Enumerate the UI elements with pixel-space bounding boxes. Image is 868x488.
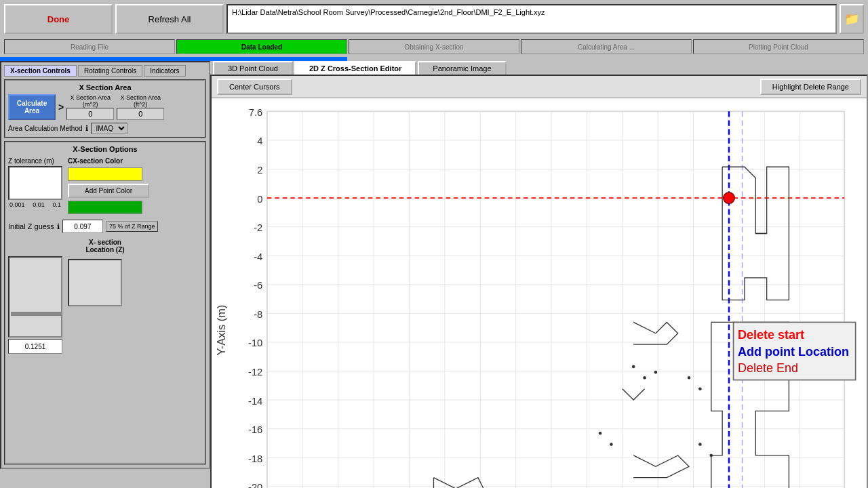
ztol-input[interactable] (8, 166, 62, 200)
tick-0001: 0.001 (9, 201, 25, 208)
method-select[interactable]: IMAQ (91, 123, 127, 134)
color-label: CX-section Color (68, 157, 149, 165)
svg-rect-0 (267, 111, 844, 488)
progress-loaded: Data Loaded (176, 39, 347, 54)
tab-xsection-controls[interactable]: X-section Controls (4, 65, 77, 77)
svg-text:-6: -6 (254, 280, 262, 291)
progress-reading: Reading File (4, 39, 175, 54)
options-main-row: Z tolerance (m) 0.001 0.01 0.1 CX-sectio… (8, 157, 202, 214)
svg-point-83 (699, 443, 701, 445)
progress-row: Reading File Data Loaded Obtaining X-sec… (0, 38, 868, 57)
svg-point-78 (654, 371, 656, 373)
tab-rotating-controls[interactable]: Rotating Controls (78, 65, 142, 77)
svg-text:-16: -16 (248, 424, 262, 435)
svg-point-77 (644, 377, 646, 379)
ztol-ticks: 0.001 0.01 0.1 (8, 201, 62, 208)
chart-svg: 7.6 4 2 0 -2 -4 -6 -8 -10 -12 -14 -16 -1… (212, 100, 867, 488)
svg-text:-2: -2 (254, 222, 262, 233)
add-point-color-button[interactable]: Add Point Color (68, 184, 149, 198)
svg-text:-14: -14 (248, 396, 262, 407)
method-info-icon: ℹ (85, 124, 88, 133)
svg-point-79 (688, 377, 690, 379)
svg-text:-4: -4 (254, 251, 262, 262)
svg-text:2: 2 (257, 165, 262, 176)
svg-text:Add point Location: Add point Location (738, 345, 849, 359)
xs-location-label: X- sectionLocation (Z) (8, 239, 202, 253)
tab-panoramic[interactable]: Panoramic Image (418, 61, 506, 75)
sub-tabs: X-section Controls Rotating Controls Ind… (4, 65, 206, 77)
svg-text:7.6: 7.6 (249, 107, 262, 118)
svg-point-80 (699, 388, 701, 390)
area-method-row: Area Calculation Method ℹ IMAQ (8, 123, 202, 134)
done-button[interactable]: Done (4, 4, 113, 34)
initial-z-section: Initial Z guess ℹ 75 % of Z Range (8, 220, 202, 233)
options-title: X-Section Options (8, 145, 202, 153)
cxsection-color-swatch[interactable] (68, 167, 142, 181)
point-color-swatch[interactable] (68, 201, 142, 214)
method-label: Area Calculation Method (8, 125, 83, 132)
svg-text:0: 0 (257, 194, 262, 205)
left-panel: X-section Controls Rotating Controls Ind… (0, 61, 210, 469)
tab-3d-point-cloud[interactable]: 3D Point Cloud (213, 61, 293, 75)
svg-text:-20: -20 (248, 482, 262, 488)
tab-indicators[interactable]: Indicators (144, 65, 185, 77)
ztol-label: Z tolerance (m) (8, 157, 62, 165)
svg-text:Delete start: Delete start (738, 328, 804, 342)
ztol-slider-row (8, 166, 62, 200)
xs-slider-box[interactable] (8, 256, 62, 338)
svg-point-81 (599, 432, 601, 434)
folder-icon-button[interactable]: 📁 (840, 4, 864, 34)
options-box: X-Section Options Z tolerance (m) 0.001 … (4, 141, 206, 465)
svg-text:4: 4 (257, 136, 262, 146)
area1-value: 0 (66, 108, 114, 120)
progress-obtaining: Obtaining X-section (349, 39, 519, 54)
tick-01: 0.1 (52, 201, 61, 208)
svg-text:-8: -8 (254, 309, 262, 320)
svg-point-76 (633, 365, 635, 367)
svg-text:-10: -10 (248, 338, 262, 348)
xs-bottom-box (68, 259, 122, 306)
chart-tabs-row: 3D Point Cloud 2D Z Cross-Section Editor… (210, 61, 868, 75)
z-percent-button[interactable]: 75 % of Z Range (106, 221, 159, 232)
svg-text:-18: -18 (248, 453, 262, 464)
xs-slider-handle (11, 312, 62, 316)
ztolerance-section: Z tolerance (m) 0.001 0.01 0.1 (8, 157, 62, 209)
svg-point-92 (724, 192, 734, 203)
area2-label: X Section Area(ft^2) (120, 94, 161, 108)
refresh-button[interactable]: Refresh All (115, 4, 224, 34)
svg-text:Delete End: Delete End (738, 361, 798, 375)
svg-text:Y-Axis (m): Y-Axis (m) (215, 305, 227, 356)
arrow-label: > (58, 102, 64, 113)
section-area-title: X Section Area (8, 83, 202, 92)
area2-value: 0 (117, 108, 164, 120)
xs-value-input[interactable] (8, 339, 62, 354)
right-panel: 3D Point Cloud 2D Z Cross-Section Editor… (210, 61, 868, 469)
content-area: X-section Controls Rotating Controls Ind… (0, 61, 868, 469)
progress-plotting: Plotting Point Cloud (693, 39, 864, 54)
section-area-box: X Section Area CalculateArea > X Section… (4, 79, 206, 138)
section-area-row: CalculateArea > X Section Area(m^2) 0 X … (8, 94, 202, 120)
initial-z-info-icon: ℹ (57, 222, 60, 231)
chart-area: Center Cursors Highlight Delete Range (210, 75, 868, 488)
svg-point-82 (610, 443, 612, 445)
svg-text:-12: -12 (248, 367, 262, 378)
tab-2d-editor[interactable]: 2D Z Cross-Section Editor (294, 61, 416, 75)
z-value-input[interactable] (62, 220, 103, 233)
center-cursors-button[interactable]: Center Cursors (217, 79, 292, 95)
area1-label: X Section Area(m^2) (70, 94, 111, 108)
progress-calculating: Calculating Area ... (521, 39, 692, 54)
chart-controls-top: Center Cursors Highlight Delete Range (212, 76, 867, 98)
tick-001: 0.01 (33, 201, 45, 208)
file-path-display: H:\Lidar Data\Netra\School Room Survey\P… (226, 4, 837, 34)
xs-location-section: X- sectionLocation (Z) (8, 239, 202, 354)
calculate-area-button[interactable]: CalculateArea (8, 94, 56, 120)
top-toolbar: Done Refresh All H:\Lidar Data\Netra\Sch… (0, 0, 868, 38)
highlight-delete-button[interactable]: Highlight Delete Range (760, 79, 861, 95)
color-section: CX-section Color Add Point Color (68, 157, 149, 214)
svg-point-84 (710, 454, 712, 456)
initial-z-label: Initial Z guess (8, 222, 54, 230)
